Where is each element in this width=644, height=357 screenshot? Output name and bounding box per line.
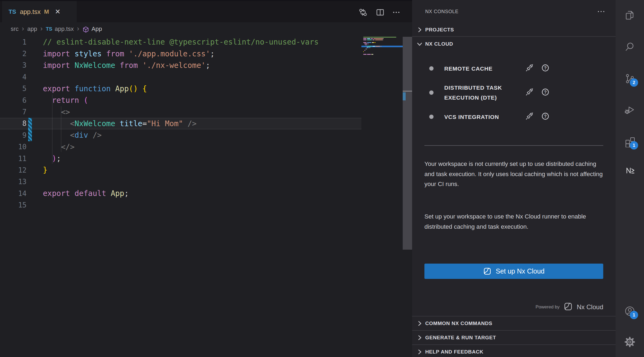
code-line[interactable]: 4 xyxy=(0,71,361,83)
section-projects[interactable]: PROJECTS xyxy=(412,23,616,37)
scm-badge: 2 xyxy=(630,78,638,87)
code-line[interactable]: 8 <NxWelcome title="Hi Mom" /> xyxy=(0,118,361,129)
open-changes-icon[interactable] xyxy=(358,7,368,17)
section-label: HELP AND FEEDBACK xyxy=(425,349,483,355)
gutter-modified-marker xyxy=(28,83,32,94)
search-icon[interactable] xyxy=(624,41,636,53)
feature-dte: DISTRIBUTED TASK EXECUTION (DTE) ? xyxy=(412,78,616,107)
more-actions-icon[interactable] xyxy=(597,8,605,15)
code-line[interactable]: 5export function App() { xyxy=(0,83,361,94)
tab-app-tsx[interactable]: TS app.tsx M ✕ xyxy=(2,1,77,22)
line-number: 15 xyxy=(0,201,27,209)
gutter-modified-marker xyxy=(28,199,32,211)
minimap[interactable] xyxy=(361,37,403,90)
code-text: import NxWelcome from './nx-welcome'; xyxy=(43,61,210,70)
close-icon[interactable]: ✕ xyxy=(55,8,61,16)
panel-header: NX CONSOLE xyxy=(412,0,616,23)
line-number: 11 xyxy=(0,155,27,163)
line-number: 5 xyxy=(0,85,27,93)
help-icon[interactable]: ? xyxy=(541,88,550,98)
chevron-right-icon: › xyxy=(77,25,79,32)
code-line[interactable]: 3import NxWelcome from './nx-welcome'; xyxy=(0,60,361,71)
line-number: 8 xyxy=(0,119,27,128)
code-line[interactable]: 7 <> xyxy=(0,106,361,118)
connect-plug-icon[interactable] xyxy=(525,112,534,122)
chevron-right-icon xyxy=(416,320,423,327)
more-actions-icon[interactable] xyxy=(391,7,401,17)
code-text: return ( xyxy=(43,96,88,105)
tab-bar: TS app.tsx M ✕ xyxy=(0,0,412,22)
nx-cloud-logo-icon xyxy=(564,302,573,312)
git-modified-badge: M xyxy=(44,8,49,15)
run-and-debug-icon[interactable] xyxy=(624,104,636,116)
breadcrumb: src › app › TS app.tsx › App xyxy=(0,22,412,35)
section-help-and-feedback[interactable]: HELP AND FEEDBACK xyxy=(412,344,616,357)
code-line[interactable]: 1// eslint-disable-next-line @typescript… xyxy=(0,36,361,48)
tab-filename: app.tsx xyxy=(20,8,40,16)
connect-plug-icon[interactable] xyxy=(525,63,534,74)
line-number: 2 xyxy=(0,50,27,58)
breadcrumb-folder[interactable]: src xyxy=(11,26,18,32)
code-line[interactable]: 14export default App; xyxy=(0,188,361,199)
code-text: <NxWelcome title="Hi Mom" /> xyxy=(43,119,197,128)
status-dot-icon xyxy=(429,66,434,71)
extensions-icon[interactable]: 1 xyxy=(624,136,636,147)
code-line[interactable]: 13 xyxy=(0,176,361,188)
line-number: 9 xyxy=(0,131,27,139)
breadcrumb-folder[interactable]: app xyxy=(27,26,37,32)
status-dot-icon xyxy=(429,90,434,95)
code-text: <div /> xyxy=(43,131,102,140)
code-line[interactable]: 6 return ( xyxy=(0,94,361,106)
breadcrumb-file[interactable]: app.tsx xyxy=(55,26,74,32)
help-icon[interactable]: ? xyxy=(541,63,550,74)
section-nx-cloud[interactable]: NX CLOUD xyxy=(412,37,616,51)
gutter-modified-marker xyxy=(28,71,32,83)
code-line[interactable]: 11 ); xyxy=(0,153,361,164)
line-number: 10 xyxy=(0,143,27,151)
panel-title: NX CONSOLE xyxy=(425,9,458,14)
split-editor-icon[interactable] xyxy=(375,7,385,17)
chevron-right-icon xyxy=(416,348,423,355)
feature-vcs-integration: VCS INTEGRATION ? xyxy=(412,107,616,127)
chevron-right-icon xyxy=(416,334,423,341)
code-line[interactable]: 2import styles from './app.module.css'; xyxy=(0,48,361,59)
powered-by-label: Powered by xyxy=(536,304,560,310)
settings-gear-icon[interactable] xyxy=(624,336,636,348)
code-line[interactable]: 12} xyxy=(0,164,361,176)
gutter-modified-marker xyxy=(28,94,32,106)
code-text: </> xyxy=(43,143,75,151)
gutter-modified-marker xyxy=(28,153,32,164)
gutter-modified-marker xyxy=(28,176,32,188)
code-line[interactable]: 15 xyxy=(0,199,361,211)
editor-scrollbar[interactable] xyxy=(403,0,412,357)
code-line[interactable]: 9 <div /> xyxy=(0,129,361,141)
feature-label: VCS INTEGRATION xyxy=(444,112,525,122)
help-icon[interactable]: ? xyxy=(541,112,550,122)
account-icon[interactable]: 1 xyxy=(624,305,636,317)
code-editor[interactable]: 1// eslint-disable-next-line @typescript… xyxy=(0,35,361,357)
nx-console-icon[interactable] xyxy=(624,165,636,176)
code-text: export function App() { xyxy=(43,84,147,93)
explorer-icon[interactable] xyxy=(624,10,636,21)
feature-label: DISTRIBUTED TASK EXECUTION (DTE) xyxy=(444,83,525,103)
line-number: 4 xyxy=(0,73,27,81)
vscode-window: { "tab": { "icon": "TS", "name": "app.ts… xyxy=(0,0,644,357)
source-control-icon[interactable]: 2 xyxy=(624,73,636,85)
connect-plug-icon[interactable] xyxy=(525,88,534,98)
section-common-nx-commands[interactable]: COMMON NX COMMANDS xyxy=(412,316,616,330)
code-line[interactable]: 10 </> xyxy=(0,141,361,153)
section-generate-run-target[interactable]: GENERATE & RUN TARGET xyxy=(412,330,616,344)
symbol-class-icon xyxy=(82,26,89,33)
gutter-modified-marker xyxy=(28,164,32,176)
breadcrumb-symbol[interactable]: App xyxy=(91,26,102,32)
nx-cloud-brand: Nx Cloud xyxy=(577,303,603,311)
setup-nx-cloud-button[interactable]: Set up Nx Cloud xyxy=(424,264,603,279)
scrollbar-slider[interactable] xyxy=(403,37,412,250)
gutter-modified-marker xyxy=(28,106,32,118)
typescript-file-icon: TS xyxy=(46,26,52,32)
indent-guide xyxy=(52,94,53,164)
divider xyxy=(424,145,603,146)
status-dot-icon xyxy=(429,115,434,119)
line-number: 13 xyxy=(0,178,27,186)
editor-region: TS app.tsx M ✕ src › ap xyxy=(0,0,412,357)
